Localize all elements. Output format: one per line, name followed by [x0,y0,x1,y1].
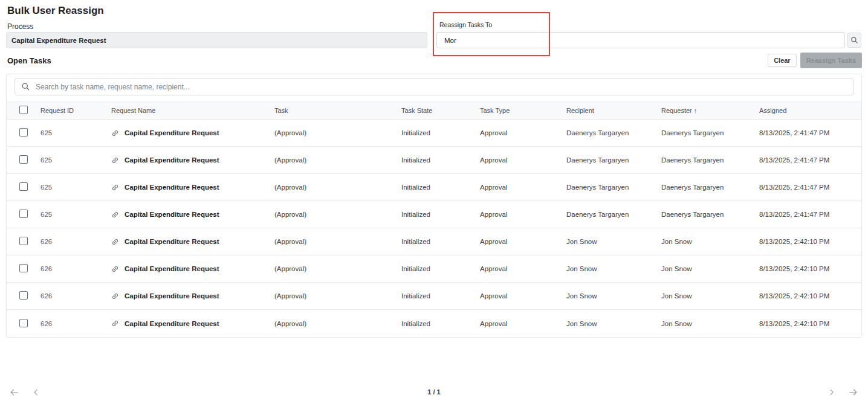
row-checkbox[interactable] [19,291,28,300]
cell-task: (Approval) [274,292,401,300]
cell-task-state: Initialized [401,238,480,245]
cell-task-type: Approval [480,320,566,327]
cell-task: (Approval) [274,238,401,245]
column-header-assigned[interactable]: Assigned [759,107,861,114]
cell-assigned: 8/13/2025, 2:42:10 PM [759,320,861,327]
cell-request-id: 626 [40,238,111,245]
cell-requester: Jon Snow [661,320,759,327]
cell-task: (Approval) [274,320,401,327]
request-name-link[interactable]: Capital Expenditure Request [111,238,274,246]
row-checkbox[interactable] [19,155,28,164]
select-all-checkbox[interactable] [19,106,28,114]
table-row: 626 Capital Expenditure Request (Approva… [7,255,861,283]
process-label: Process [7,22,33,31]
search-icon [21,82,30,91]
cell-task: (Approval) [274,265,401,272]
table-search-box[interactable] [15,78,853,95]
process-value: Capital Expenditure Request [11,37,106,44]
page-title: Bulk User Reassign [7,5,104,17]
cell-task-state: Initialized [401,320,480,327]
cell-task-state: Initialized [401,211,480,218]
cell-recipient: Jon Snow [566,320,661,327]
cell-request-id: 625 [40,129,111,136]
cell-request-id: 626 [40,292,111,300]
request-name-text: Capital Expenditure Request [125,211,219,218]
link-icon [111,265,121,273]
column-header-request-name[interactable]: Request Name [111,107,274,114]
reassign-search-button[interactable] [847,33,861,48]
cell-task-type: Approval [480,238,566,245]
table-row: 625 Capital Expenditure Request (Approva… [7,147,861,174]
column-header-request-id[interactable]: Request ID [40,107,111,114]
request-name-text: Capital Expenditure Request [125,320,219,327]
last-page-icon[interactable] [847,387,858,397]
cell-task-state: Initialized [401,156,480,164]
reassign-tasks-to-input[interactable] [436,32,845,48]
cell-task-state: Initialized [401,292,480,300]
reassign-tasks-to-label: Reassign Tasks To [439,21,492,28]
page-count: 1 / 1 [0,388,868,396]
process-field[interactable]: Capital Expenditure Request [6,32,427,48]
clear-button[interactable]: Clear [768,54,797,67]
row-checkbox[interactable] [19,237,28,245]
row-checkbox[interactable] [19,128,28,136]
table-row: 625 Capital Expenditure Request (Approva… [7,120,861,147]
link-icon [111,156,121,164]
link-icon [111,184,121,191]
link-icon [111,129,121,137]
column-header-recipient[interactable]: Recipient [566,107,661,114]
row-checkbox[interactable] [19,210,28,218]
open-tasks-heading: Open Tasks [7,56,51,65]
table-search-input[interactable] [36,83,847,91]
cell-task: (Approval) [274,129,401,136]
request-name-link[interactable]: Capital Expenditure Request [111,184,274,191]
request-name-link[interactable]: Capital Expenditure Request [111,319,274,327]
reassign-tasks-button[interactable]: Reassign Tasks [800,53,862,68]
column-header-requester-sorted[interactable]: Requester ↑ [661,107,759,114]
table-row: 625 Capital Expenditure Request (Approva… [7,174,861,201]
column-header-task-state[interactable]: Task State [401,107,480,114]
cell-task-type: Approval [480,184,566,191]
request-name-text: Capital Expenditure Request [125,156,219,164]
column-header-task[interactable]: Task [274,107,401,114]
bulk-user-reassign-page: Bulk User Reassign Process Capital Expen… [0,0,868,401]
open-tasks-card: Request ID Request Name Task Task State … [6,74,862,338]
cell-recipient: Daenerys Targaryen [566,211,661,218]
cell-task-type: Approval [480,265,566,272]
request-name-text: Capital Expenditure Request [125,184,219,191]
table-row: 626 Capital Expenditure Request (Approva… [7,283,861,310]
table-header-row: Request ID Request Name Task Task State … [7,101,861,120]
search-icon [850,36,858,44]
cell-assigned: 8/13/2025, 2:42:10 PM [759,238,861,245]
request-name-link[interactable]: Capital Expenditure Request [111,292,274,300]
cell-request-id: 625 [40,184,111,191]
column-header-task-type[interactable]: Task Type [480,107,566,114]
cell-task-state: Initialized [401,129,480,136]
cell-assigned: 8/13/2025, 2:42:10 PM [759,292,861,300]
cell-recipient: Jon Snow [566,238,661,245]
cell-requester: Jon Snow [661,265,759,272]
table-row: 625 Capital Expenditure Request (Approva… [7,201,861,228]
row-checkbox[interactable] [19,264,28,272]
request-name-link[interactable]: Capital Expenditure Request [111,156,274,164]
cell-recipient: Daenerys Targaryen [566,184,661,191]
request-name-text: Capital Expenditure Request [125,265,219,272]
cell-assigned: 8/13/2025, 2:42:10 PM [759,265,861,272]
cell-recipient: Jon Snow [566,292,661,300]
request-name-text: Capital Expenditure Request [125,129,219,136]
table-body: 625 Capital Expenditure Request (Approva… [7,120,861,337]
cell-task-state: Initialized [401,184,480,191]
link-icon [111,238,121,246]
request-name-link[interactable]: Capital Expenditure Request [111,129,274,137]
next-page-icon[interactable] [826,387,837,397]
request-name-text: Capital Expenditure Request [125,292,219,300]
request-name-link[interactable]: Capital Expenditure Request [111,265,274,273]
cell-recipient: Jon Snow [566,265,661,272]
row-checkbox[interactable] [19,182,28,191]
row-checkbox[interactable] [19,319,28,327]
request-name-link[interactable]: Capital Expenditure Request [111,211,274,219]
cell-task-type: Approval [480,156,566,164]
cell-recipient: Daenerys Targaryen [566,156,661,164]
cell-request-id: 625 [40,156,111,164]
cell-task: (Approval) [274,211,401,218]
